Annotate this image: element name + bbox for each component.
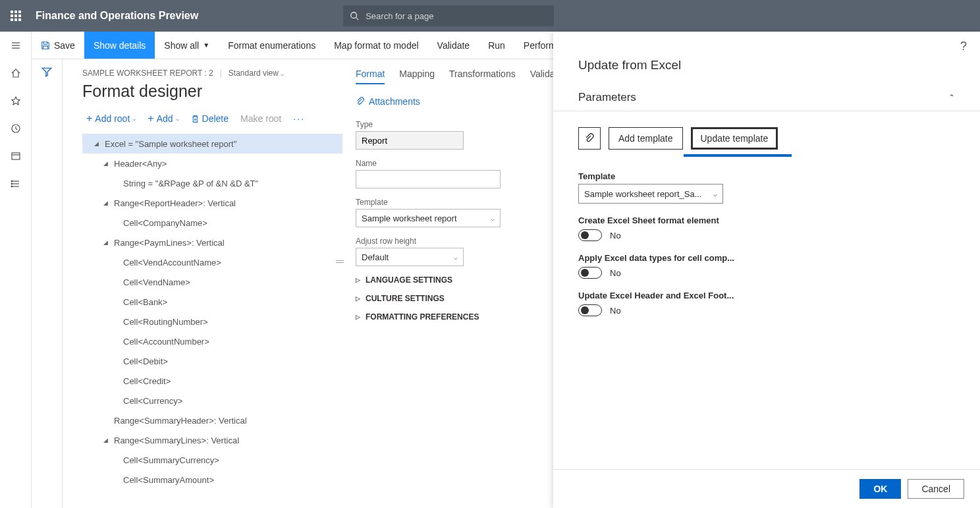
trash-icon: [191, 115, 200, 123]
format-enumerations-button[interactable]: Format enumerations: [219, 32, 325, 59]
tree-node-label: Excel = "Sample worksheet report": [105, 139, 236, 149]
tree-node-label: Cell<AccountNumber>: [123, 337, 209, 347]
update-from-excel-panel: ? Update from Excel Parameters ⌃ Add tem…: [553, 32, 980, 508]
ok-button[interactable]: OK: [859, 479, 901, 499]
create-sheet-toggle[interactable]: [578, 229, 602, 241]
create-sheet-value: No: [610, 231, 621, 240]
expand-icon[interactable]: ◢: [101, 437, 110, 443]
row-height-select[interactable]: Default⌵: [356, 248, 464, 266]
tree-node[interactable]: Cell<Debit>: [82, 351, 342, 371]
tree-node[interactable]: Cell<Credit>: [82, 371, 342, 391]
show-details-button[interactable]: Show details: [84, 32, 155, 59]
expand-icon[interactable]: ◢: [101, 160, 110, 167]
tab-format[interactable]: Format: [356, 69, 385, 84]
chevron-down-icon: ⌵: [713, 190, 717, 198]
save-icon: [41, 41, 50, 50]
nav-modules-icon[interactable]: [0, 170, 31, 198]
attachment-icon: [584, 133, 595, 144]
tree-node-label: Cell<Currency>: [123, 396, 182, 406]
nav-workspace-icon[interactable]: [0, 142, 31, 170]
chevron-up-icon: ⌃: [948, 93, 955, 102]
tree-node[interactable]: Cell<RoutingNumber>: [82, 312, 342, 331]
add-template-button[interactable]: Add template: [609, 127, 683, 150]
tree-node[interactable]: Cell<Bank>: [82, 292, 342, 312]
delete-button[interactable]: Delete: [187, 111, 232, 127]
show-all-button[interactable]: Show all▼: [155, 32, 219, 59]
tree-node-label: Cell<Credit>: [123, 376, 171, 386]
attachment-icon: [356, 97, 365, 106]
expand-icon[interactable]: ◢: [101, 200, 110, 206]
filter-icon[interactable]: [41, 66, 53, 78]
nav-menu-icon[interactable]: [0, 32, 31, 59]
expand-icon: ▷: [356, 277, 360, 283]
tree-node[interactable]: Cell<VendName>: [82, 272, 342, 292]
svg-point-12: [11, 183, 13, 184]
tree-node[interactable]: String = "&RPage &P of &N &D &T": [82, 173, 342, 193]
splitter-handle[interactable]: ||: [336, 260, 345, 264]
update-header-toggle[interactable]: [578, 304, 602, 316]
apply-types-label: Apply Excel data types for cell comp...: [578, 253, 955, 263]
tree-node[interactable]: ◢Range<SummaryLines>: Vertical: [82, 430, 342, 450]
name-input[interactable]: [356, 170, 501, 188]
chevron-down-icon: ⌵: [454, 254, 458, 261]
app-title: Finance and Operations Preview: [36, 10, 198, 22]
tab-mapping[interactable]: Mapping: [399, 69, 435, 84]
nav-favorites-icon[interactable]: [0, 87, 31, 115]
expand-icon[interactable]: ◢: [101, 239, 110, 246]
selection-indicator: [684, 154, 792, 157]
chevron-down-icon: ⌵: [491, 215, 495, 222]
search-placeholder: Search for a page: [366, 11, 433, 21]
map-format-to-model-button[interactable]: Map format to model: [325, 32, 427, 59]
make-root-button: Make root: [236, 111, 285, 127]
add-button[interactable]: +Add⌵: [144, 110, 182, 127]
tree-node[interactable]: Cell<VendAccountName>: [82, 252, 342, 272]
tree-node[interactable]: Cell<AccountNumber>: [82, 331, 342, 351]
tree-node-label: Cell<VendName>: [123, 277, 190, 287]
tree-node[interactable]: ◢Header<Any>: [82, 154, 342, 173]
tree-node[interactable]: Cell<Currency>: [82, 391, 342, 410]
breadcrumb-item: SAMPLE WORKSHEET REPORT : 2: [82, 69, 213, 78]
help-icon[interactable]: ?: [960, 40, 967, 53]
tree-node[interactable]: ◢Range<ReportHeader>: Vertical: [82, 193, 342, 213]
view-selector[interactable]: Standard view ⌵: [229, 69, 284, 78]
apply-types-toggle[interactable]: [578, 267, 602, 279]
tree-node[interactable]: ◢Range<PaymLines>: Vertical: [82, 233, 342, 252]
template-select[interactable]: Sample worksheet report⌵: [356, 209, 501, 227]
parameters-header[interactable]: Parameters ⌃: [553, 72, 980, 111]
tree-node[interactable]: Cell<SummaryAmount>: [82, 470, 342, 490]
breadcrumb: SAMPLE WORKSHEET REPORT : 2 | Standard v…: [82, 69, 342, 78]
flyout-template-select[interactable]: Sample worksheet report_Sa...⌵: [578, 184, 723, 204]
search-box[interactable]: Search for a page: [343, 5, 554, 26]
format-tree: ◢Excel = "Sample worksheet report"◢Heade…: [82, 134, 342, 490]
tree-node-label: String = "&RPage &P of &N &D &T": [123, 179, 258, 188]
expand-icon: ▷: [356, 314, 360, 320]
save-button[interactable]: Save: [32, 32, 84, 59]
run-button[interactable]: Run: [479, 32, 514, 59]
update-header-label: Update Excel Header and Excel Foot...: [578, 291, 955, 300]
tree-node[interactable]: Cell<CompanyName>: [82, 213, 342, 233]
tree-node[interactable]: Range<SummaryHeader>: Vertical: [82, 410, 342, 430]
validate-button[interactable]: Validate: [428, 32, 479, 59]
nav-recent-icon[interactable]: [0, 115, 31, 142]
tree-node[interactable]: ◢Excel = "Sample worksheet report": [82, 134, 342, 154]
tree-node-label: Header<Any>: [114, 159, 167, 169]
app-launcher-icon[interactable]: [0, 0, 32, 32]
nav-home-icon[interactable]: [0, 59, 31, 87]
tree-node[interactable]: Cell<SummaryCurrency>: [82, 450, 342, 470]
expand-icon[interactable]: ◢: [92, 140, 101, 147]
add-root-button[interactable]: +Add root⌵: [82, 110, 140, 127]
tab-transformations[interactable]: Transformations: [449, 69, 516, 84]
apply-types-value: No: [610, 268, 621, 278]
svg-point-13: [11, 186, 13, 187]
cancel-button[interactable]: Cancel: [908, 479, 964, 499]
attach-button[interactable]: [578, 127, 601, 150]
svg-point-0: [351, 13, 357, 18]
update-template-button[interactable]: Update template: [691, 127, 778, 150]
update-header-value: No: [610, 306, 621, 316]
attachments-link[interactable]: Attachments: [356, 96, 420, 107]
tree-node-label: Cell<SummaryCurrency>: [123, 455, 219, 465]
more-button[interactable]: ···: [289, 111, 309, 127]
tree-toolbar: +Add root⌵ +Add⌵ Delete Make root ···: [82, 110, 342, 127]
expand-icon: ▷: [356, 295, 360, 302]
create-sheet-label: Create Excel Sheet format element: [578, 215, 955, 225]
